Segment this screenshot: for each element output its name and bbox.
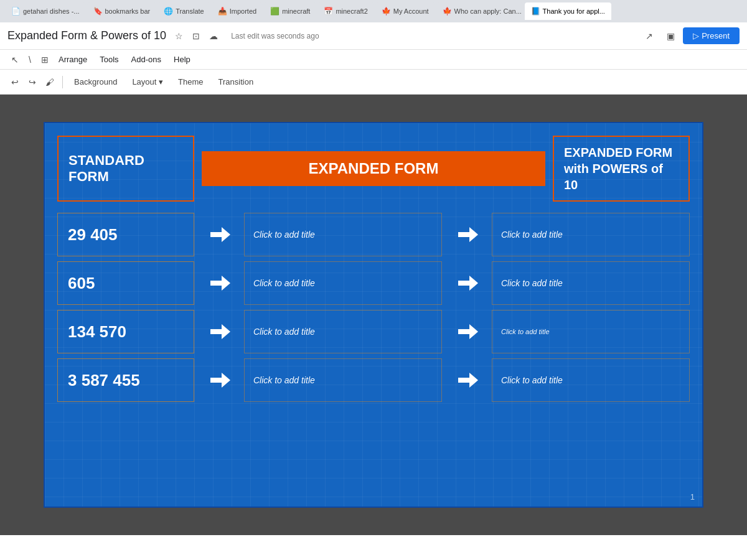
- redo-icon[interactable]: ↪: [25, 75, 40, 90]
- arrow-shape-1b: [456, 227, 478, 242]
- arrow-head-1a: [222, 227, 230, 242]
- tab-imported[interactable]: 📥 Imported: [212, 2, 263, 20]
- transition-button[interactable]: Transition: [212, 75, 260, 89]
- cursor-tool[interactable]: ↖: [7, 52, 22, 67]
- powers-cell-1[interactable]: Click to add title: [492, 213, 690, 256]
- slides-icon[interactable]: ⊡: [189, 29, 204, 44]
- arrow-2a: [194, 276, 244, 291]
- standard-form-label: STANDARD FORM: [68, 152, 183, 185]
- arrow-head-2b: [469, 276, 478, 291]
- powers-placeholder-2: Click to add title: [501, 278, 563, 288]
- table-row: 605 Click to add title: [57, 261, 690, 305]
- tab-label-minecraft2: minecraft2: [336, 7, 367, 15]
- present-button[interactable]: ▷ Present: [683, 27, 740, 44]
- powers-cell-3[interactable]: Click to add title: [492, 310, 690, 353]
- number-cell-4: 3 587 455: [57, 358, 194, 402]
- powers-placeholder-4: Click to add title: [501, 375, 563, 385]
- arrow-head-2a: [222, 276, 230, 291]
- number-cell-1: 29 405: [57, 213, 194, 256]
- tab-favicon-bookmarks: 🔖: [93, 7, 103, 16]
- number-value-3: 134 570: [68, 322, 126, 342]
- undo-icon[interactable]: ↩: [7, 75, 22, 90]
- menu-arrange[interactable]: Arrange: [52, 52, 93, 67]
- tab-label-myaccount: My Account: [393, 7, 429, 15]
- arrow-shaft-1b: [458, 232, 469, 237]
- arrow-head-3a: [222, 324, 230, 339]
- arrow-shape-2a: [209, 276, 230, 291]
- slide-editing-area: STANDARD FORM EXPANDED FORM EXPANDED FOR…: [0, 95, 747, 535]
- analytics-icon[interactable]: ↗: [641, 27, 658, 45]
- tab-whocanapply[interactable]: 🍁 Who can apply: Can...: [436, 2, 524, 20]
- tab-favicon-translate: 🌐: [164, 7, 173, 16]
- menu-help[interactable]: Help: [167, 52, 197, 67]
- arrow-1a: [194, 227, 244, 242]
- number-value-1: 29 405: [68, 225, 118, 245]
- tab-favicon-minecraft: 🟩: [270, 7, 280, 16]
- menu-tools[interactable]: Tools: [93, 52, 125, 67]
- present-icon: ▷: [693, 31, 699, 40]
- arrow-head-4a: [222, 373, 230, 388]
- tab-label-translate: Translate: [176, 7, 204, 15]
- layout-label: Layout: [132, 77, 156, 86]
- tab-myaccount[interactable]: 🍁 My Account: [375, 2, 435, 20]
- expanded-form-header: EXPANDED FORM: [202, 151, 545, 187]
- line-tool[interactable]: \: [22, 52, 37, 67]
- slides-edit-icons: ↗ ▣ ▷ Present: [641, 27, 740, 45]
- tab-minecraft2[interactable]: 📅 minecraft2: [317, 2, 374, 20]
- expanded-placeholder-2: Click to add title: [253, 278, 315, 288]
- cloud-icon[interactable]: ☁: [206, 29, 221, 44]
- table-row: 134 570 Click to add title: [57, 310, 690, 353]
- number-cell-3: 134 570: [57, 310, 194, 353]
- expanded-cell-4[interactable]: Click to add title: [244, 358, 442, 402]
- arrow-shape-3b: [456, 324, 478, 339]
- tab-thankyou[interactable]: 📘 Thank you for appl...: [525, 2, 611, 20]
- number-value-4: 3 587 455: [68, 371, 140, 390]
- slides-title-icons: ☆ ⊡ ☁: [171, 29, 221, 44]
- background-button[interactable]: Background: [68, 75, 123, 89]
- tab-getahari[interactable]: 📄 getahari dishes -...: [5, 2, 86, 20]
- layout-button[interactable]: Layout ▾: [126, 75, 169, 89]
- tab-translate[interactable]: 🌐 Translate: [157, 2, 210, 20]
- star-icon[interactable]: ☆: [171, 29, 186, 44]
- arrow-1b: [442, 227, 492, 242]
- tab-bookmarks[interactable]: 🔖 bookmarks bar: [87, 2, 157, 20]
- slides-document-title[interactable]: Expanded Form & Powers of 10: [7, 29, 166, 42]
- menu-addons[interactable]: Add-ons: [125, 52, 167, 67]
- arrow-shape-2b: [456, 276, 478, 291]
- tab-label-getahari: getahari dishes -...: [23, 7, 80, 15]
- powers-placeholder-1: Click to add title: [501, 230, 563, 240]
- layout-dropdown-icon: ▾: [159, 77, 163, 86]
- arrow-3b: [442, 324, 492, 339]
- expanded-cell-3[interactable]: Click to add title: [244, 310, 442, 353]
- tab-favicon-myaccount: 🍁: [382, 7, 391, 16]
- arrow-shape-1a: [209, 227, 230, 242]
- powers-cell-2[interactable]: Click to add title: [492, 261, 690, 305]
- powers-cell-4[interactable]: Click to add title: [492, 358, 690, 402]
- arrow-shaft-3b: [458, 329, 469, 334]
- expanded-placeholder-3: Click to add title: [253, 327, 315, 337]
- expanded-form-label: EXPANDED FORM: [309, 160, 439, 178]
- theme-button[interactable]: Theme: [172, 75, 209, 89]
- arrow-2b: [442, 276, 492, 291]
- expanded-placeholder-4: Click to add title: [253, 375, 315, 385]
- expanded-cell-1[interactable]: Click to add title: [244, 213, 442, 256]
- present-label: Present: [702, 31, 730, 40]
- arrow-shaft-4a: [210, 378, 222, 383]
- slide-canvas: STANDARD FORM EXPANDED FORM EXPANDED FOR…: [44, 122, 703, 508]
- slide-header-row: STANDARD FORM EXPANDED FORM EXPANDED FOR…: [45, 123, 702, 208]
- comment-icon[interactable]: ▣: [662, 27, 679, 45]
- tab-minecraft[interactable]: 🟩 minecraft: [264, 2, 316, 20]
- arrow-4b: [442, 373, 492, 388]
- tab-label-minecraft: minecraft: [282, 7, 310, 15]
- tab-favicon-imported: 📥: [218, 7, 227, 16]
- arrow-shaft-2b: [458, 281, 469, 286]
- paint-format-icon[interactable]: 🖌: [42, 75, 57, 90]
- slide-data-rows: 29 405 Click to add title: [45, 213, 702, 402]
- shape-tool[interactable]: ⊞: [37, 52, 52, 67]
- expanded-cell-2[interactable]: Click to add title: [244, 261, 442, 305]
- tab-label-whocanapply: Who can apply: Can...: [454, 7, 522, 15]
- arrow-shape-4a: [209, 373, 230, 388]
- arrow-head-3b: [469, 324, 478, 339]
- tab-label-imported: Imported: [230, 7, 256, 15]
- slides-title-bar: Expanded Form & Powers of 10 ☆ ⊡ ☁ Last …: [0, 22, 747, 50]
